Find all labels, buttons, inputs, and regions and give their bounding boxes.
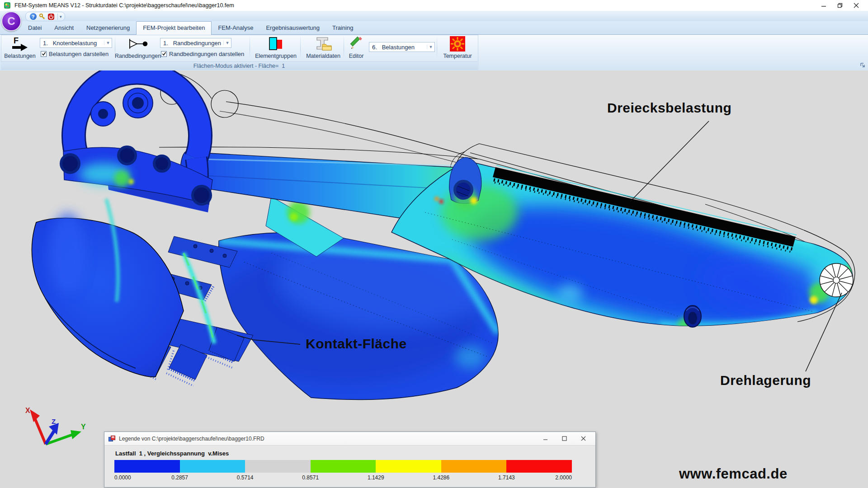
pencil-icon [349,36,364,52]
watermark-femcad: www.femcad.de [679,466,788,482]
legend-caption: Lastfall 1 , Vergleichsspannung v.Mises [115,450,229,457]
legend-color-segment [311,460,376,473]
close-button[interactable] [848,0,864,11]
legend-tick-label: 2.0000 [555,474,572,481]
model-viewport[interactable]: X Z Y [0,70,868,488]
legend-titlebar[interactable]: Legende von C:\projekte\baggerschaufel\n… [104,432,595,446]
app-menu-button[interactable]: C [1,11,21,31]
legend-color-segment [114,460,180,473]
legend-color-segment [441,460,507,473]
legend-colorbar [114,460,572,473]
legend-title: Legende von C:\projekte\baggerschaufel\n… [119,436,264,442]
legend-tick-label: 0.0000 [114,474,131,481]
legend-close-button[interactable] [574,432,593,445]
tab-ergebnisauswertung[interactable]: Ergebnisauswertung [259,22,326,34]
legend-ticks: 0.00000.28570.57140.85711.14291.42861.71… [114,474,572,481]
ribbon-tabs: Datei Ansicht Netzgenerierung FEM-Projek… [0,21,868,35]
customize-arrow-icon[interactable]: ▾ [60,14,62,19]
legend-tick-label: 0.2857 [171,474,188,481]
ribbon-separator [437,37,437,60]
tab-ansicht[interactable]: Ansicht [48,22,80,34]
qat-separator [57,14,58,20]
material-beam-folder-icon [314,36,332,52]
power-icon[interactable] [47,13,56,20]
application-window: FEM-System MEANS V12 - Strukturdatei C:\… [0,0,868,488]
app-logo-letter: C [7,16,15,27]
annotation-dreiecksbelastung: Dreiecksbelastung [607,100,731,116]
legend-tick-label: 1.4286 [433,474,449,481]
window-controls [816,0,864,11]
ribbon-separator [300,37,301,60]
legend-tick-label: 0.5714 [237,474,254,481]
titlebar: FEM-System MEANS V12 - Strukturdatei C:\… [0,0,868,11]
svg-text:F: F [14,36,19,45]
ribbon-separator [250,37,250,60]
help-icon[interactable]: ? [28,13,38,20]
axis-x-label: X [25,407,30,414]
belastungen-button[interactable]: F Belastungen [3,36,37,61]
legend-minimize-button[interactable] [536,432,555,445]
temperature-sun-icon [449,36,466,52]
randbedingungen-darstellen-checkbox[interactable]: Randbedingungen darstellen [161,50,244,57]
app-icon [4,2,11,9]
tab-netzgenerierung[interactable]: Netzgenerierung [80,22,136,34]
randbedingungen-button[interactable]: Randbedingungen [118,36,157,61]
quick-access-items: ? ▾ [25,12,65,21]
legend-tick-label: 0.8571 [302,474,319,481]
annotation-drehlagerung: Drehlagerung [720,373,811,388]
boundary-condition-icon [127,36,148,52]
legend-color-segment [506,460,572,473]
window-title: FEM-System MEANS V12 - Strukturdatei C:\… [14,2,234,9]
ribbon-group-strip: Flächen-Modus aktiviert - Fläche= 1 [1,61,477,70]
belastungen-darstellen-checkbox[interactable]: Belastungen darstellen [41,50,108,57]
quick-access-toolbar: C ? ▾ [0,11,868,22]
editor-button[interactable]: Editor [345,36,367,61]
checkbox-checked-icon [41,51,47,57]
checkbox-checked-icon [161,51,167,57]
minimize-button[interactable] [816,0,832,11]
legend-color-segment [376,460,441,473]
orientation-triad: X Z Y [25,407,86,444]
ribbon: F Belastungen 1. Knotenbelastung▼ Belast… [0,35,868,71]
axis-y-label: Y [81,423,86,431]
model-canvas: X Z Y [0,70,868,488]
ribbon-separator [344,37,344,60]
axis-z-label: Z [52,418,56,425]
legend-window-icon [108,436,115,442]
randbedingungen-dropdown[interactable]: 1. Randbedingungen▼ [160,38,231,48]
key-icon[interactable] [38,13,47,20]
legend-color-segment [180,460,245,473]
legend-controls [536,432,593,445]
tab-fem-analyse[interactable]: FEM-Analyse [212,22,259,34]
force-arrow-icon: F [10,36,30,52]
elementgruppen-button[interactable]: Elementgruppen [252,36,299,61]
knotenbelastung-dropdown[interactable]: 1. Knotenbelastung▼ [40,38,112,48]
legend-tick-label: 1.7143 [498,474,515,481]
legend-tick-label: 1.1429 [368,474,384,481]
dialog-launcher-icon[interactable] [860,63,866,68]
mode-status-label: Flächen-Modus aktiviert - Fläche= 1 [193,63,285,69]
arm-hole [684,305,701,327]
legend-window: Legende von C:\projekte\baggerschaufel\n… [104,432,596,488]
tab-training[interactable]: Training [326,22,359,34]
lastfall-dropdown[interactable]: 6. Belastungen▼ [369,42,435,52]
element-groups-icon [267,36,285,52]
legend-maximize-button[interactable] [555,432,574,445]
annotation-kontakt-flaeche: Kontakt-Fläche [306,336,407,352]
materialdaten-button[interactable]: Materialdaten [303,36,344,61]
tab-datei[interactable]: Datei [22,22,48,34]
restore-button[interactable] [832,0,848,11]
temperatur-button[interactable]: Temperatur [439,36,476,61]
legend-color-segment [245,460,311,473]
tab-fem-projekt-bearbeiten[interactable]: FEM-Projekt bearbeiten [136,21,212,35]
